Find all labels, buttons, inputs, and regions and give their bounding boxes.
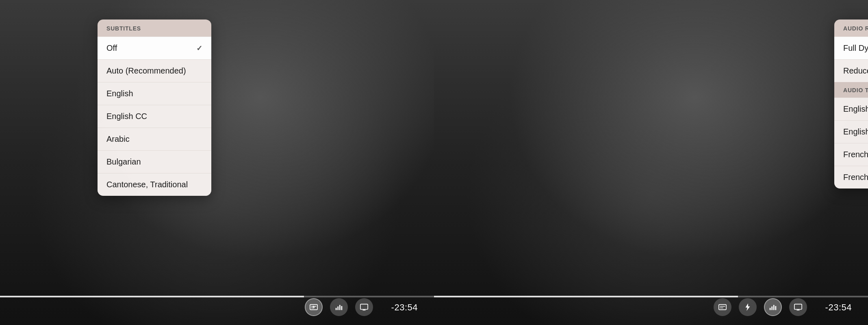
subtitle-item-arabic[interactable]: Arabic bbox=[98, 128, 211, 150]
svg-rect-15 bbox=[773, 305, 775, 310]
audio-range-full[interactable]: Full Dynamic Range ✓ bbox=[834, 37, 868, 59]
svg-rect-10 bbox=[719, 305, 726, 310]
lightning-button-right[interactable] bbox=[739, 298, 757, 316]
screen-icon bbox=[360, 303, 369, 312]
svg-rect-7 bbox=[360, 304, 368, 310]
audio-track-french-canada[interactable]: French (Canada) bbox=[834, 143, 868, 166]
screen-button-right[interactable] bbox=[789, 298, 807, 316]
screen-icon-right bbox=[794, 303, 803, 312]
lightning-icon bbox=[743, 303, 752, 312]
subtitle-item-cantonese[interactable]: Cantonese, Traditional bbox=[98, 173, 211, 196]
subtitles-button[interactable] bbox=[305, 298, 323, 316]
audio-button-right[interactable] bbox=[764, 298, 782, 316]
audio-track-header: AUDIO TRACK bbox=[834, 82, 868, 98]
svg-rect-4 bbox=[337, 306, 339, 310]
subtitle-item-off[interactable]: Off ✓ bbox=[98, 37, 211, 59]
subtitle-item-english-cc[interactable]: English CC bbox=[98, 105, 211, 128]
svg-rect-17 bbox=[794, 304, 802, 310]
svg-rect-13 bbox=[770, 308, 771, 310]
left-panel: SUBTITLES Off ✓ Auto (Recommended) Engli… bbox=[0, 0, 434, 325]
subtitle-item-english[interactable]: English bbox=[98, 82, 211, 105]
svg-rect-5 bbox=[339, 305, 341, 310]
audio-dropdown: AUDIO RANGE Full Dynamic Range ✓ Reduce … bbox=[834, 20, 868, 188]
subtitles-icon-right bbox=[718, 303, 727, 312]
svg-rect-16 bbox=[775, 306, 777, 310]
bottom-icons-right bbox=[714, 298, 807, 316]
time-display-right: -23:54 bbox=[825, 302, 852, 313]
audio-button[interactable] bbox=[330, 298, 348, 316]
time-display: -23:54 bbox=[391, 302, 418, 313]
progress-bar-right[interactable] bbox=[434, 296, 868, 297]
audio-levels-icon bbox=[334, 303, 343, 312]
subtitles-button-right[interactable] bbox=[714, 298, 731, 316]
audio-range-header: AUDIO RANGE bbox=[834, 20, 868, 37]
right-background bbox=[434, 0, 868, 325]
progress-fill-right bbox=[434, 296, 738, 297]
audio-track-english-ad[interactable]: English AD bbox=[834, 120, 868, 143]
svg-rect-3 bbox=[336, 308, 337, 310]
bottom-icons bbox=[305, 298, 373, 316]
subtitle-item-auto[interactable]: Auto (Recommended) bbox=[98, 59, 211, 82]
svg-rect-14 bbox=[771, 306, 773, 310]
audio-track-english[interactable]: English ✓ bbox=[834, 98, 868, 120]
right-panel: AUDIO RANGE Full Dynamic Range ✓ Reduce … bbox=[434, 0, 868, 325]
progress-fill bbox=[0, 296, 304, 297]
subtitles-header: SUBTITLES bbox=[98, 20, 211, 37]
subtitle-item-bulgarian[interactable]: Bulgarian bbox=[98, 150, 211, 173]
checkmark-off: ✓ bbox=[196, 44, 202, 53]
audio-track-french-canada-ad[interactable]: French (Canada) AD bbox=[834, 166, 868, 188]
left-background bbox=[0, 0, 434, 325]
subtitles-icon bbox=[309, 303, 318, 312]
progress-bar[interactable] bbox=[0, 296, 434, 297]
audio-range-reduce[interactable]: Reduce Loud Sounds bbox=[834, 59, 868, 82]
svg-rect-6 bbox=[341, 306, 343, 310]
subtitles-dropdown: SUBTITLES Off ✓ Auto (Recommended) Engli… bbox=[98, 20, 211, 196]
screen-button[interactable] bbox=[355, 298, 373, 316]
audio-levels-icon-right bbox=[768, 303, 777, 312]
